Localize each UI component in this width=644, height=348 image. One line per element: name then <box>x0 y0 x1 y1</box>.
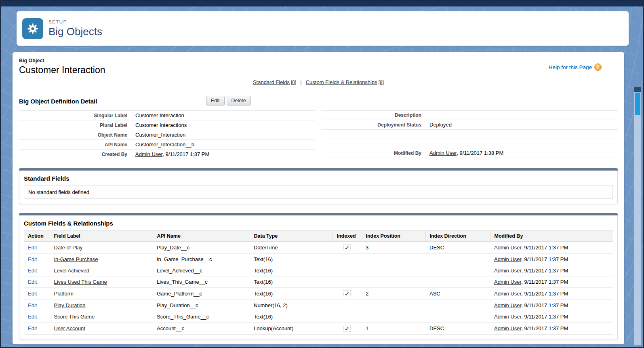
edit-link[interactable]: Edit <box>28 314 37 320</box>
table-body: EditDate of PlayPlay_Date__cDate/Time✓3D… <box>24 242 613 335</box>
modified-by-timestamp: , 9/11/2017 1:37 PM <box>521 302 568 308</box>
column-header-action: Action <box>24 231 50 242</box>
column-header-data-type: Data Type <box>250 231 333 242</box>
field-label-link[interactable]: Level Achieved <box>54 268 89 274</box>
edit-link[interactable]: Edit <box>28 302 37 308</box>
modified-by-link[interactable]: Admin User <box>494 256 521 262</box>
data-type-cell: Text(16) <box>250 276 333 288</box>
api-name-cell: Score_This_Game__c <box>153 311 250 323</box>
table-row: EditDate of PlayPlay_Date__cDate/Time✓3D… <box>24 242 613 254</box>
table-row: EditLevel AchievedLevel_Achieved__cText(… <box>24 265 613 276</box>
index-direction-cell: DESC <box>425 323 490 335</box>
data-type-cell: Lookup(Account) <box>250 323 333 335</box>
edit-link[interactable]: Edit <box>28 291 37 297</box>
modified-by-link[interactable]: Admin User <box>494 325 521 331</box>
detail-value: Customer_Interaction__b <box>135 141 194 148</box>
action-cell: Edit <box>24 311 50 323</box>
table-row: EditIn-Game PurchaseIn_Game_Purchase__cT… <box>24 254 613 265</box>
detail-label: Object Name <box>19 132 127 138</box>
indexed-cell <box>333 265 362 276</box>
edit-link[interactable]: Edit <box>28 279 37 285</box>
modified-by-link[interactable]: Admin User <box>494 291 521 297</box>
api-name-cell: Play_Duration__c <box>153 300 250 311</box>
detail-buttons: Edit Delete <box>206 96 251 105</box>
detail-value: Customer Interactions <box>135 122 187 128</box>
api-name-cell: Account__c <box>153 323 250 335</box>
modified-by-cell: Admin User, 9/11/2017 1:37 PM <box>490 288 613 300</box>
jump-count-standard-fields[interactable]: [0] <box>291 80 296 85</box>
help-link-wrap: Help for this Page ? <box>549 63 602 71</box>
delete-button[interactable]: Delete <box>227 96 251 105</box>
setup-header-card: SETUP Big Objects <box>17 11 629 46</box>
edit-link[interactable]: Edit <box>28 325 37 331</box>
modified-by-link[interactable]: Admin User <box>494 302 521 308</box>
index-direction-cell <box>425 276 490 288</box>
data-type-cell: Number(16, 2) <box>250 300 333 311</box>
jump-link-custom-fields[interactable]: Custom Fields & Relationships <box>306 79 377 85</box>
standard-fields-heading: Standard Fields <box>24 174 613 186</box>
jump-link-standard-fields[interactable]: Standard Fields <box>253 79 290 85</box>
table-row: EditUser AccountAccount__cLookup(Account… <box>24 323 613 335</box>
action-cell: Edit <box>24 276 50 288</box>
action-cell: Edit <box>24 242 50 254</box>
page-title-block: Big Object Customer Interaction <box>19 58 105 76</box>
user-link[interactable]: Admin User <box>135 151 162 157</box>
modified-by-link[interactable]: Admin User <box>494 245 521 251</box>
indexed-cell <box>333 300 362 311</box>
help-question-icon[interactable]: ? <box>594 63 602 71</box>
index-position-cell: 3 <box>362 242 425 254</box>
data-type-cell: Date/Time <box>250 242 333 254</box>
field-label-cell: In-Game Purchase <box>50 254 153 265</box>
table-header-row: ActionField LabelAPI NameData TypeIndexe… <box>24 231 613 242</box>
field-label-cell: Date of Play <box>50 242 153 254</box>
field-label-link[interactable]: Platform <box>54 291 74 297</box>
scrollbar-top-cap <box>634 87 641 92</box>
action-cell: Edit <box>24 265 50 276</box>
index-direction-cell: ASC <box>425 288 490 300</box>
app-title: Big Objects <box>48 26 102 38</box>
detail-row: API NameCustomer_Interaction__b <box>19 139 316 149</box>
definition-detail-section: Big Object Definition Detail Edit Delete… <box>19 96 618 159</box>
modified-by-link[interactable]: Admin User <box>494 268 521 274</box>
api-name-cell: Game_Platform__c <box>153 288 250 300</box>
index-direction-cell <box>425 254 490 265</box>
modified-by-link[interactable]: Admin User <box>494 279 521 285</box>
detail-column-left: Singular LabelCustomer InteractionPlural… <box>19 110 316 159</box>
checkmark-icon: ✓ <box>343 290 351 297</box>
edit-link[interactable]: Edit <box>28 268 37 274</box>
field-label-link[interactable]: Score This Game <box>54 314 95 320</box>
edit-link[interactable]: Edit <box>28 245 37 251</box>
index-position-cell: 1 <box>362 323 425 335</box>
data-type-cell: Text(16) <box>250 311 333 323</box>
detail-row <box>321 129 618 139</box>
api-name-cell: Play_Date__c <box>153 242 250 254</box>
field-label-link[interactable]: Lives Used This Game <box>54 279 107 285</box>
action-cell: Edit <box>24 300 50 311</box>
field-label-link[interactable]: Play Duration <box>54 302 86 308</box>
user-link[interactable]: Admin User <box>429 150 457 156</box>
scrollbar-thumb[interactable] <box>635 93 640 115</box>
table-row: EditPlatformGame_Platform__cText(16)✓2AS… <box>24 288 613 300</box>
modified-by-cell: Admin User, 9/11/2017 1:37 PM <box>490 323 613 335</box>
section-jump-links: Standard Fields[0]|Custom Fields & Relat… <box>19 79 618 85</box>
field-label-link[interactable]: User Account <box>54 325 85 331</box>
detail-row: Description <box>321 110 618 120</box>
field-label-link[interactable]: Date of Play <box>54 245 83 251</box>
modified-by-link[interactable]: Admin User <box>494 314 521 320</box>
vertical-scrollbar[interactable] <box>634 87 641 345</box>
detail-label: Plural Label <box>19 122 127 128</box>
modified-by-cell: Admin User, 9/11/2017 1:37 PM <box>490 300 613 311</box>
edit-button[interactable]: Edit <box>206 96 225 105</box>
help-link[interactable]: Help for this Page <box>549 64 592 70</box>
modified-by-timestamp: , 9/11/2017 1:37 PM <box>521 245 568 251</box>
modified-by-cell: Admin User, 9/11/2017 1:37 PM <box>490 265 613 276</box>
column-header-index-direction: Index Direction <box>425 231 490 242</box>
standard-fields-body: Standard Fields No standard fields defin… <box>19 171 617 204</box>
edit-link[interactable]: Edit <box>28 256 37 262</box>
modified-by-cell: Admin User, 9/11/2017 1:37 PM <box>490 311 613 323</box>
detail-value-timestamp: , 9/11/2017 1:37 PM <box>162 151 209 157</box>
jump-count-custom-fields[interactable]: [8] <box>379 80 384 85</box>
field-label-link[interactable]: In-Game Purchase <box>54 256 98 262</box>
field-label-cell: Score This Game <box>50 311 153 323</box>
column-header-modified-by: Modified By <box>490 231 613 242</box>
